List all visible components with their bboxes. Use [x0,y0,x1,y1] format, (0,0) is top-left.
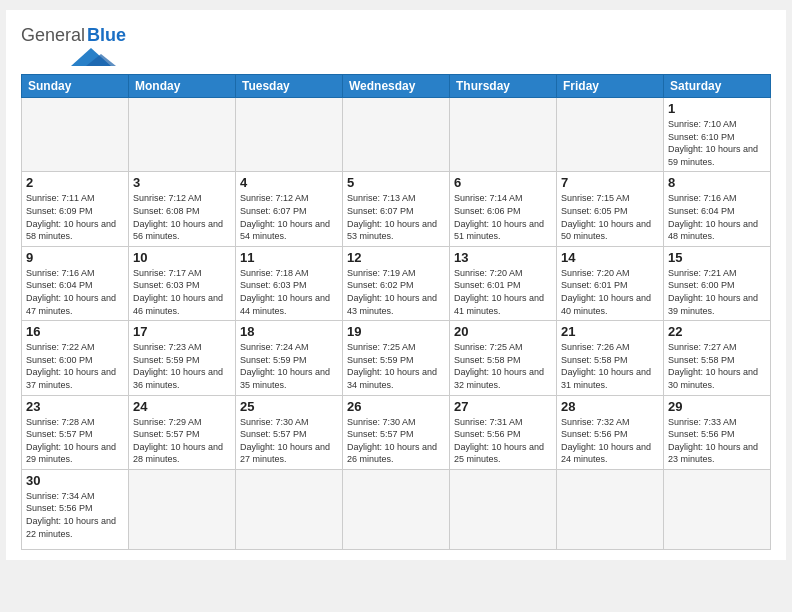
day-info: Sunrise: 7:17 AMSunset: 6:03 PMDaylight:… [133,267,231,317]
day-cell: 19Sunrise: 7:25 AMSunset: 5:59 PMDayligh… [343,321,450,395]
day-number: 23 [26,399,124,414]
day-info: Sunrise: 7:25 AMSunset: 5:59 PMDaylight:… [347,341,445,391]
day-number: 11 [240,250,338,265]
day-info: Sunrise: 7:25 AMSunset: 5:58 PMDaylight:… [454,341,552,391]
day-cell [557,98,664,172]
calendar: SundayMondayTuesdayWednesdayThursdayFrid… [21,74,771,550]
day-cell: 30Sunrise: 7:34 AMSunset: 5:56 PMDayligh… [22,469,129,549]
day-cell: 7Sunrise: 7:15 AMSunset: 6:05 PMDaylight… [557,172,664,246]
day-cell: 21Sunrise: 7:26 AMSunset: 5:58 PMDayligh… [557,321,664,395]
day-info: Sunrise: 7:11 AMSunset: 6:09 PMDaylight:… [26,192,124,242]
weekday-header-saturday: Saturday [664,75,771,98]
day-cell [450,469,557,549]
day-cell: 25Sunrise: 7:30 AMSunset: 5:57 PMDayligh… [236,395,343,469]
day-number: 19 [347,324,445,339]
day-cell [450,98,557,172]
day-number: 30 [26,473,124,488]
weekday-header-friday: Friday [557,75,664,98]
day-info: Sunrise: 7:21 AMSunset: 6:00 PMDaylight:… [668,267,766,317]
day-info: Sunrise: 7:27 AMSunset: 5:58 PMDaylight:… [668,341,766,391]
day-number: 9 [26,250,124,265]
logo: General Blue [21,25,126,66]
day-cell: 17Sunrise: 7:23 AMSunset: 5:59 PMDayligh… [129,321,236,395]
day-info: Sunrise: 7:12 AMSunset: 6:08 PMDaylight:… [133,192,231,242]
weekday-header-row: SundayMondayTuesdayWednesdayThursdayFrid… [22,75,771,98]
day-cell [22,98,129,172]
weekday-header-wednesday: Wednesday [343,75,450,98]
day-info: Sunrise: 7:10 AMSunset: 6:10 PMDaylight:… [668,118,766,168]
day-cell: 23Sunrise: 7:28 AMSunset: 5:57 PMDayligh… [22,395,129,469]
day-cell: 2Sunrise: 7:11 AMSunset: 6:09 PMDaylight… [22,172,129,246]
day-cell: 16Sunrise: 7:22 AMSunset: 6:00 PMDayligh… [22,321,129,395]
day-info: Sunrise: 7:20 AMSunset: 6:01 PMDaylight:… [561,267,659,317]
weekday-header-thursday: Thursday [450,75,557,98]
day-cell: 26Sunrise: 7:30 AMSunset: 5:57 PMDayligh… [343,395,450,469]
day-info: Sunrise: 7:24 AMSunset: 5:59 PMDaylight:… [240,341,338,391]
week-row-6: 30Sunrise: 7:34 AMSunset: 5:56 PMDayligh… [22,469,771,549]
day-number: 8 [668,175,766,190]
day-info: Sunrise: 7:32 AMSunset: 5:56 PMDaylight:… [561,416,659,466]
week-row-3: 9Sunrise: 7:16 AMSunset: 6:04 PMDaylight… [22,246,771,320]
day-number: 28 [561,399,659,414]
day-cell [343,469,450,549]
week-row-1: 1Sunrise: 7:10 AMSunset: 6:10 PMDaylight… [22,98,771,172]
day-number: 20 [454,324,552,339]
day-number: 22 [668,324,766,339]
day-cell: 3Sunrise: 7:12 AMSunset: 6:08 PMDaylight… [129,172,236,246]
weekday-header-monday: Monday [129,75,236,98]
page: General Blue SundayMondayTuesdayWednesda… [6,10,786,560]
day-info: Sunrise: 7:19 AMSunset: 6:02 PMDaylight:… [347,267,445,317]
day-cell: 27Sunrise: 7:31 AMSunset: 5:56 PMDayligh… [450,395,557,469]
header: General Blue [21,20,771,66]
day-cell [664,469,771,549]
logo-general-text: General [21,25,85,46]
day-number: 29 [668,399,766,414]
day-cell [343,98,450,172]
day-cell [236,469,343,549]
day-cell: 10Sunrise: 7:17 AMSunset: 6:03 PMDayligh… [129,246,236,320]
day-cell: 9Sunrise: 7:16 AMSunset: 6:04 PMDaylight… [22,246,129,320]
day-info: Sunrise: 7:16 AMSunset: 6:04 PMDaylight:… [668,192,766,242]
day-cell [236,98,343,172]
day-number: 17 [133,324,231,339]
day-number: 18 [240,324,338,339]
day-cell: 4Sunrise: 7:12 AMSunset: 6:07 PMDaylight… [236,172,343,246]
day-cell: 8Sunrise: 7:16 AMSunset: 6:04 PMDaylight… [664,172,771,246]
day-number: 27 [454,399,552,414]
day-number: 15 [668,250,766,265]
day-cell [129,469,236,549]
day-cell [557,469,664,549]
day-info: Sunrise: 7:30 AMSunset: 5:57 PMDaylight:… [347,416,445,466]
day-cell: 1Sunrise: 7:10 AMSunset: 6:10 PMDaylight… [664,98,771,172]
day-number: 2 [26,175,124,190]
day-cell: 18Sunrise: 7:24 AMSunset: 5:59 PMDayligh… [236,321,343,395]
day-info: Sunrise: 7:18 AMSunset: 6:03 PMDaylight:… [240,267,338,317]
day-info: Sunrise: 7:22 AMSunset: 6:00 PMDaylight:… [26,341,124,391]
day-cell: 24Sunrise: 7:29 AMSunset: 5:57 PMDayligh… [129,395,236,469]
day-number: 24 [133,399,231,414]
logo-blue-text: Blue [87,25,126,46]
day-cell: 15Sunrise: 7:21 AMSunset: 6:00 PMDayligh… [664,246,771,320]
day-cell: 12Sunrise: 7:19 AMSunset: 6:02 PMDayligh… [343,246,450,320]
day-info: Sunrise: 7:31 AMSunset: 5:56 PMDaylight:… [454,416,552,466]
day-info: Sunrise: 7:23 AMSunset: 5:59 PMDaylight:… [133,341,231,391]
day-cell: 13Sunrise: 7:20 AMSunset: 6:01 PMDayligh… [450,246,557,320]
day-number: 5 [347,175,445,190]
day-cell: 14Sunrise: 7:20 AMSunset: 6:01 PMDayligh… [557,246,664,320]
day-info: Sunrise: 7:28 AMSunset: 5:57 PMDaylight:… [26,416,124,466]
day-number: 12 [347,250,445,265]
day-info: Sunrise: 7:12 AMSunset: 6:07 PMDaylight:… [240,192,338,242]
day-cell [129,98,236,172]
day-number: 10 [133,250,231,265]
day-number: 13 [454,250,552,265]
day-info: Sunrise: 7:30 AMSunset: 5:57 PMDaylight:… [240,416,338,466]
day-cell: 20Sunrise: 7:25 AMSunset: 5:58 PMDayligh… [450,321,557,395]
day-cell: 29Sunrise: 7:33 AMSunset: 5:56 PMDayligh… [664,395,771,469]
day-info: Sunrise: 7:29 AMSunset: 5:57 PMDaylight:… [133,416,231,466]
day-info: Sunrise: 7:15 AMSunset: 6:05 PMDaylight:… [561,192,659,242]
week-row-2: 2Sunrise: 7:11 AMSunset: 6:09 PMDaylight… [22,172,771,246]
day-number: 4 [240,175,338,190]
day-number: 7 [561,175,659,190]
day-info: Sunrise: 7:16 AMSunset: 6:04 PMDaylight:… [26,267,124,317]
day-number: 14 [561,250,659,265]
